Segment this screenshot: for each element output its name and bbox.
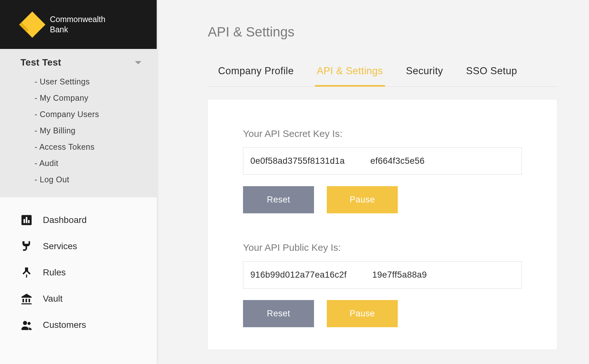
public-pause-button[interactable]: Pause bbox=[327, 300, 398, 327]
subitem-company-users[interactable]: Company Users bbox=[35, 106, 157, 123]
nav-label: Dashboard bbox=[43, 215, 87, 225]
brand-header: Commonwealth Bank bbox=[0, 0, 157, 49]
nav-label: Customers bbox=[43, 320, 86, 330]
public-key-label: Your API Public Key Is: bbox=[243, 242, 522, 253]
account-dropdown[interactable]: Test Test bbox=[0, 57, 157, 68]
nav-customers[interactable]: Customers bbox=[0, 312, 157, 338]
svg-point-5 bbox=[27, 322, 31, 325]
subitem-access-tokens[interactable]: Access Tokens bbox=[35, 139, 157, 155]
public-key-value[interactable]: 916b99d012a77ea16c2f 19e7ff5a88a9 bbox=[243, 261, 522, 289]
nav-label: Rules bbox=[43, 267, 66, 278]
chevron-down-icon bbox=[135, 61, 141, 64]
bar-chart-icon bbox=[20, 214, 33, 226]
public-key-actions: Reset Pause bbox=[243, 300, 522, 327]
subitem-log-out[interactable]: Log Out bbox=[35, 171, 157, 188]
secret-key-value[interactable]: 0e0f58ad3755f8131d1a ef664f3c5e56 bbox=[243, 147, 522, 175]
subitem-user-settings[interactable]: User Settings bbox=[35, 74, 157, 90]
api-settings-card: Your API Secret Key Is: 0e0f58ad3755f813… bbox=[208, 99, 557, 350]
tab-security[interactable]: Security bbox=[404, 65, 445, 86]
nav-label: Services bbox=[43, 241, 77, 251]
plug-icon bbox=[20, 240, 33, 252]
brand-line1: Commonwealth bbox=[50, 14, 106, 24]
main-nav: Dashboard Services Rules Vault Customers bbox=[0, 197, 157, 338]
subitem-my-company[interactable]: My Company bbox=[35, 90, 157, 106]
nav-rules[interactable]: Rules bbox=[0, 259, 157, 286]
nav-dashboard[interactable]: Dashboard bbox=[0, 207, 157, 233]
secret-key-label: Your API Secret Key Is: bbox=[243, 128, 522, 139]
subitem-my-billing[interactable]: My Billing bbox=[35, 123, 157, 139]
sidebar: Commonwealth Bank Test Test User Setting… bbox=[0, 0, 157, 364]
tab-company-profile[interactable]: Company Profile bbox=[216, 65, 296, 86]
tab-sso-setup[interactable]: SSO Setup bbox=[464, 65, 519, 86]
brand-logo-icon bbox=[19, 11, 45, 37]
main-content: API & Settings Company Profile API & Set… bbox=[157, 0, 589, 364]
account-section: Test Test User Settings My Company Compa… bbox=[0, 49, 157, 197]
tab-api-settings[interactable]: API & Settings bbox=[315, 65, 385, 87]
nav-vault[interactable]: Vault bbox=[0, 286, 157, 312]
svg-rect-3 bbox=[28, 220, 30, 223]
page-title: API & Settings bbox=[208, 24, 557, 40]
svg-rect-2 bbox=[26, 217, 27, 223]
svg-rect-1 bbox=[24, 219, 25, 223]
nav-label: Vault bbox=[43, 294, 63, 304]
brand-text: Commonwealth Bank bbox=[50, 14, 106, 35]
secret-pause-button[interactable]: Pause bbox=[327, 186, 398, 213]
account-name: Test Test bbox=[20, 57, 61, 68]
secret-key-actions: Reset Pause bbox=[243, 186, 522, 213]
tabs: Company Profile API & Settings Security … bbox=[208, 65, 557, 87]
brand-line2: Bank bbox=[50, 25, 106, 35]
branch-icon bbox=[20, 266, 33, 279]
bank-icon bbox=[20, 293, 33, 305]
svg-point-4 bbox=[23, 321, 27, 325]
secret-reset-button[interactable]: Reset bbox=[243, 186, 314, 213]
people-icon bbox=[20, 319, 33, 331]
account-subitems: User Settings My Company Company Users M… bbox=[0, 74, 157, 188]
subitem-audit[interactable]: Audit bbox=[35, 155, 157, 171]
public-reset-button[interactable]: Reset bbox=[243, 300, 314, 327]
nav-services[interactable]: Services bbox=[0, 233, 157, 259]
